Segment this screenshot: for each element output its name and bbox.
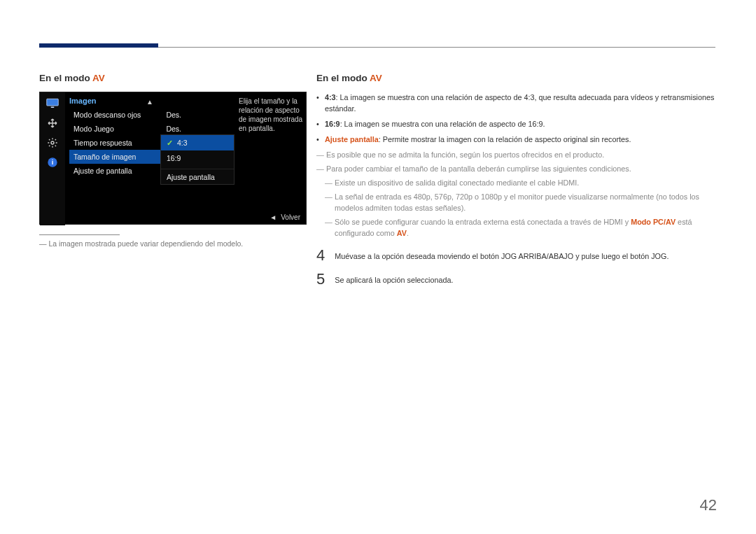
svg-point-2 — [51, 141, 54, 144]
arrow-left-icon: ◄ — [270, 213, 276, 221]
bullet-item: 16:9: La imagen se muestra con una relac… — [316, 118, 717, 129]
osd-row-label: Ajuste de pantalla — [74, 167, 132, 175]
note: Para poder cambiar el tamaño de la panta… — [316, 163, 717, 174]
osd-sub-label: 16:9 — [167, 154, 181, 162]
page-number: 42 — [700, 496, 717, 514]
osd-row-label: Tiempo respuesta — [74, 139, 132, 147]
info-icon: i — [46, 155, 59, 169]
subnote: Sólo se puede configurar cuando la entra… — [316, 216, 717, 239]
step-number: 5 — [316, 272, 325, 286]
step-4: 4 Muévase a la opción deseada moviendo e… — [316, 248, 717, 262]
osd-sub-option-selected[interactable]: ✓ 4:3 — [161, 135, 234, 150]
osd-row-value: Des. — [166, 111, 181, 119]
osd-row-value: Des. — [166, 125, 181, 133]
osd-sub-option[interactable]: 16:9 — [161, 150, 234, 166]
arrow-up-icon: ▲ — [146, 98, 153, 106]
left-column: En el modo AV i Imagen ▲ — [39, 73, 307, 248]
bullet-text: : La imagen se muestra con una relación … — [325, 93, 714, 113]
footnote-separator — [39, 234, 120, 235]
bullet-label: 16:9 — [325, 120, 340, 128]
bullet-text: : Permite mostrar la imagen con la relac… — [379, 135, 631, 143]
osd-row[interactable]: Modo Juego Des. — [69, 122, 186, 136]
osd-screenshot: i Imagen ▲ Modo descanso ojos Des. Modo … — [39, 92, 307, 225]
step-text: Se aplicará la opción seleccionada. — [335, 272, 453, 286]
footnote: ― La imagen mostrada puede variar depend… — [39, 239, 307, 248]
osd-sub-label: 4:3 — [177, 139, 188, 147]
osd-back[interactable]: ◄ Volver — [270, 213, 300, 221]
osd-sidebar: i — [40, 92, 65, 225]
bullet-label: Ajuste pantalla — [325, 135, 379, 143]
svg-rect-1 — [51, 107, 55, 108]
subnote: Existe un dispositivo de salida digital … — [316, 177, 717, 188]
move-icon — [46, 116, 59, 130]
note: Es posible que no se admita la función, … — [316, 149, 717, 160]
header-rule — [158, 47, 715, 48]
subnote: La señal de entrada es 480p, 576p, 720p … — [316, 191, 717, 213]
heading-av: AV — [92, 73, 105, 83]
page: En el modo AV i Imagen ▲ — [0, 0, 756, 534]
check-icon: ✓ — [167, 139, 173, 148]
osd-sub-label: Ajuste pantalla — [167, 173, 215, 181]
osd-back-label: Volver — [281, 213, 300, 221]
step-number: 4 — [316, 248, 325, 262]
osd-help-text: Elija el tamaño y la relación de aspecto… — [239, 97, 303, 133]
heading-prefix: En el modo — [39, 73, 92, 83]
bullet-item: Ajuste pantalla: Permite mostrar la imag… — [316, 134, 717, 145]
bullet-label: 4:3 — [325, 93, 336, 101]
right-column: En el modo AV 4:3: La imagen se muestra … — [316, 73, 717, 286]
bullet-item: 4:3: La imagen se muestra con una relaci… — [316, 92, 717, 114]
osd-row-label: Modo Juego — [74, 125, 114, 133]
bullet-text: : La imagen se muestra con una relación … — [340, 120, 545, 128]
right-heading: En el modo AV — [316, 73, 717, 83]
osd-title: Imagen — [69, 97, 97, 105]
monitor-icon — [46, 97, 59, 111]
svg-text:i: i — [52, 159, 54, 166]
left-heading: En el modo AV — [39, 73, 307, 83]
osd-row-label: Modo descanso ojos — [74, 111, 141, 119]
step-5: 5 Se aplicará la opción seleccionada. — [316, 272, 717, 286]
step-text: Muévase a la opción deseada moviendo el … — [335, 248, 668, 262]
osd-sub-option[interactable]: Ajuste pantalla — [161, 169, 234, 184]
heading-prefix: En el modo — [316, 73, 370, 83]
heading-av: AV — [370, 73, 382, 83]
osd-row-label: Tamaño de imagen — [74, 153, 136, 161]
bullet-list: 4:3: La imagen se muestra con una relaci… — [316, 92, 717, 145]
svg-rect-0 — [47, 99, 59, 106]
header-bar — [39, 43, 158, 48]
gear-icon — [46, 136, 59, 150]
osd-row[interactable]: Modo descanso ojos Des. — [69, 108, 186, 122]
osd-subpanel: ✓ 4:3 16:9 Ajuste pantalla — [160, 134, 234, 185]
